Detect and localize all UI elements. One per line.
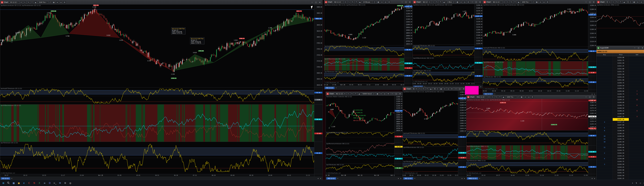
- add-tab-button[interactable]: +: [10, 177, 13, 179]
- dom-sell-cell[interactable]: [629, 171, 644, 174]
- price-axis[interactable]: 11290.0011285.0011280.0011275.0011270.00…: [588, 99, 596, 130]
- dom-sell-cell[interactable]: [629, 62, 644, 65]
- chart-plot[interactable]: bpsTSIIndicator (NQ 12-22)© 2022 NinjaTr…: [326, 164, 394, 174]
- time-axis[interactable]: Oct 2117:00Oct 2403:4508:3013:1518:00Oct…: [324, 83, 412, 86]
- dom-row[interactable]: 11252.25: [596, 65, 644, 67]
- dom-buy-cell[interactable]: [596, 160, 613, 163]
- close-button[interactable]: ×: [592, 1, 596, 4]
- chart-plot[interactable]: bpsImpACTDIndicator (NQ 12-22): [483, 47, 588, 61]
- snapshot-icon[interactable]: ◎: [527, 96, 530, 99]
- grid-icon[interactable]: ≡: [539, 1, 542, 4]
- dom-sell-cell[interactable]: [629, 67, 644, 70]
- draw-tool-icon[interactable]: ✎: [495, 96, 498, 99]
- price-axis[interactable]: 44.87: [404, 71, 412, 83]
- time-axis[interactable]: 10:1210:2410:3710:4911:0211:1611:2911:43…: [466, 174, 596, 177]
- dom-row[interactable]: 1011245.50: [596, 141, 644, 143]
- dom-row[interactable]: 11247.50: [596, 118, 644, 121]
- network-icon[interactable]: ⇅: [635, 182, 638, 184]
- text-tool-icon[interactable]: T: [498, 96, 501, 99]
- indicators-icon[interactable]: ƒ: [452, 1, 455, 4]
- dom-sell-cell[interactable]: [629, 129, 644, 132]
- dom-sell-cell[interactable]: 12: [629, 98, 644, 101]
- period-selector[interactable]: 15 Minute▾: [362, 1, 372, 3]
- dom-sell-cell[interactable]: [629, 59, 644, 62]
- dom-buy-cell[interactable]: 10: [596, 141, 613, 143]
- edge-browser-icon[interactable]: e: [22, 181, 26, 185]
- dom-buy-cell[interactable]: [596, 67, 613, 70]
- dom-buy-cell[interactable]: [596, 65, 613, 67]
- notifications-icon[interactable]: ▭: [643, 182, 644, 184]
- crosshair-tool-icon[interactable]: ✛: [488, 96, 490, 99]
- crosshair-tool-icon[interactable]: ✛: [20, 1, 23, 4]
- price-axis[interactable]: 41.29: [314, 142, 322, 174]
- patterns-tool-icon[interactable]: ▲: [502, 96, 505, 99]
- dom-sell-cell[interactable]: [629, 146, 644, 149]
- indicators-icon[interactable]: ƒ: [629, 1, 632, 4]
- chart-plot[interactable]: bpsVIXBarsIndicator (MNQ 12-22): [466, 145, 588, 159]
- dom-buy-cell[interactable]: [596, 118, 613, 121]
- settings-icon[interactable]: ⚙: [388, 1, 390, 4]
- text-tool-icon[interactable]: T: [426, 87, 429, 90]
- patterns-tool-icon[interactable]: ▲: [34, 1, 37, 4]
- snapshot-icon[interactable]: ◎: [640, 1, 643, 4]
- dom-buy-cell[interactable]: [596, 110, 613, 112]
- settings-icon[interactable]: ⚙: [531, 96, 534, 99]
- dom-sell-cell[interactable]: [629, 87, 644, 90]
- dom-sell-cell[interactable]: [629, 73, 644, 76]
- chart-plot[interactable]: bpsVIXBarsIndicator (NQ 12-22): [326, 154, 394, 164]
- time-axis[interactable]: 08:0508:4609:1809:3309:4610:0210:1810:33…: [483, 90, 596, 92]
- dom-buy-cell[interactable]: [596, 76, 613, 78]
- patterns-tool-icon[interactable]: ▲: [517, 1, 520, 4]
- minimize-button[interactable]: ─: [400, 1, 404, 4]
- pointer-tool-icon[interactable]: ↖: [506, 1, 509, 4]
- dom-buy-cell[interactable]: [596, 73, 613, 76]
- indicators-icon[interactable]: ƒ: [516, 96, 520, 99]
- instrument-selector[interactable]: NQ 12-22▾: [412, 88, 414, 90]
- price-axis[interactable]: 56.21: [458, 132, 466, 146]
- pointer-tool-icon[interactable]: ↖: [432, 1, 435, 4]
- dom-row[interactable]: 11245.25: [596, 143, 644, 146]
- dom-sell-cell[interactable]: [629, 141, 644, 143]
- dom-row[interactable]: 11247.00: [596, 124, 644, 126]
- add-tab-button[interactable]: +: [335, 87, 337, 89]
- instrument-selector[interactable]: MNQ 12-22▾: [606, 1, 608, 3]
- crosshair-tool-icon[interactable]: ✛: [503, 1, 506, 4]
- dom-buy-cell[interactable]: [596, 171, 613, 174]
- dom-row[interactable]: 11252.50: [596, 62, 644, 65]
- dom-sell-cell[interactable]: [629, 121, 644, 124]
- patterns-tool-icon[interactable]: ▲: [358, 92, 361, 95]
- dom-buy-cell[interactable]: [596, 115, 613, 118]
- chart-style-icon[interactable]: ▦: [52, 1, 55, 4]
- dom-ladder[interactable]: 11253.0011252.7511252.5011252.2511252.00…: [596, 56, 644, 180]
- instrument-tab[interactable]: NQ 12-22: [404, 177, 413, 179]
- time-axis[interactable]: 09:4609:5810:1010:2210:3410:4610:5811:10…: [413, 82, 483, 85]
- indicators-icon[interactable]: ƒ: [436, 87, 439, 90]
- tab-nav-left[interactable]: ◂: [591, 177, 593, 179]
- price-axis[interactable]: 22.18: [474, 57, 483, 70]
- period-selector[interactable]: 1 Minute▾: [446, 1, 452, 3]
- dom-row[interactable]: 11243.00: [596, 169, 644, 171]
- dom-buy-cell[interactable]: [596, 132, 613, 135]
- dom-sell-cell[interactable]: [629, 149, 644, 152]
- patterns-tool-icon[interactable]: ▲: [442, 1, 446, 4]
- text-tool-icon[interactable]: T: [354, 92, 357, 95]
- instrument-tab[interactable]: NQ 12-22: [326, 177, 336, 179]
- instrument-selector[interactable]: NQ 12-22▾: [492, 1, 502, 3]
- dom-buy-cell[interactable]: [596, 177, 613, 180]
- settings-icon[interactable]: ⚙: [63, 1, 66, 4]
- chart-plot[interactable]: bpsVIXBarsIndicator (NQ 12-22): [413, 57, 474, 70]
- dom-row[interactable]: 11250.75: [596, 81, 644, 84]
- dom-row[interactable]: 11252.75: [596, 59, 644, 62]
- settings-icon[interactable]: ⚙: [450, 87, 454, 90]
- dom-row[interactable]: 311243.50: [596, 163, 644, 166]
- dom-sell-cell[interactable]: [629, 160, 644, 163]
- grid-icon[interactable]: ≡: [380, 92, 382, 95]
- draw-tool-icon[interactable]: ✎: [422, 87, 425, 90]
- dom-sell-cell[interactable]: [629, 177, 644, 180]
- period-selector[interactable]: 1000 Tick▾: [506, 96, 516, 98]
- indicators-icon[interactable]: ƒ: [373, 1, 376, 4]
- dom-sell-cell[interactable]: 9: [629, 110, 644, 112]
- dom-buy-cell[interactable]: [596, 169, 613, 171]
- chart-style-icon[interactable]: ▦: [535, 1, 538, 4]
- chart-plot[interactable]: bpsPatternsIndicator (MNQ 12-22), bpsTre…: [466, 99, 588, 130]
